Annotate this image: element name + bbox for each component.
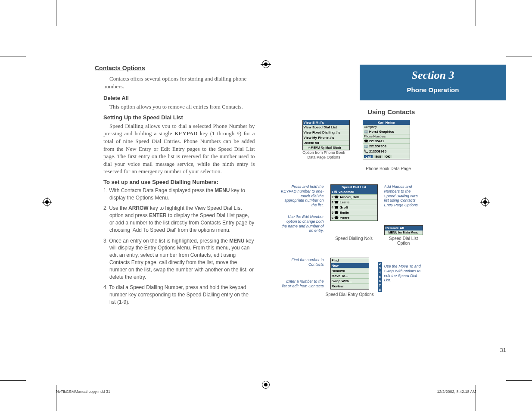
steps-list: 1. With Contacts Data Page displayed pre… [103, 187, 255, 306]
page-number: 31 [500, 347, 506, 353]
fig3-note-left-bottom: Enter a number to the list or edit from … [281, 279, 324, 289]
fig1-caption: Phone Book Data Page [354, 166, 423, 171]
footer-timestamp: 12/2/2002, 8:42:18 AM [437, 389, 476, 394]
speed-dial-list-screen: Speed Dial List 1 ✉ Voicemail 2 ☎ Arnold… [330, 184, 378, 221]
contacts-options-heading: Contacts Options [95, 65, 255, 72]
delete-all-text: This option allows you to remove all ent… [103, 103, 255, 111]
step-1: 1. With Contacts Data Page displayed pre… [103, 187, 255, 202]
setup-heading: Setting Up the Speed Dial List [103, 114, 255, 121]
print-footer: NvTlkGSMManual copy.indd 31 12/2/2002, 8… [56, 389, 476, 394]
step-4: 4. To dial a Speed Dialling Number, pres… [103, 284, 255, 305]
fig3-caption: Speed Dial Entry Options [322, 292, 378, 297]
footer-filename: NvTlkGSMManual copy.indd 31 [56, 389, 110, 394]
intro-text: Contacts offers several options for stor… [103, 75, 255, 90]
use-heading: To set up and use Speed Dialling Numbers… [103, 179, 255, 185]
fig2-note-left-top: Press and hold the KEYPAD number to one-… [281, 184, 324, 208]
fig3-note-right: Use the Move To and Swap With options to… [384, 264, 423, 283]
section-title: Section 3 [360, 69, 506, 82]
figure-2: Press and hold the KEYPAD number to one-… [281, 184, 502, 253]
right-page: Section 3 Phone Operation Using Contacts… [277, 65, 506, 340]
step-3: 3. Once an entry on the list is highligh… [103, 237, 255, 281]
left-page: Contacts Options Contacts offers several… [26, 65, 259, 340]
using-contacts-heading: Using Contacts [277, 108, 506, 115]
setup-text: Speed Dialling allows you to dial a sele… [103, 122, 255, 175]
step-2: 2. Use the ARROW key to highlight the Vi… [103, 205, 255, 234]
fig3-note-left-top: Find the number in Contacts [281, 258, 324, 267]
figure-3: Find the number in Contacts Enter a numb… [281, 258, 502, 309]
call-button[interactable]: Call [364, 155, 373, 158]
fig1-left-caption: Add To Speed Dial Option from Phone Book… [302, 146, 345, 159]
section-banner: Section 3 Phone Operation [360, 65, 506, 100]
fig2-note-left-bottom: Use the Edit Number option to change bot… [281, 215, 324, 233]
fig2-caption-right: Speed Dial List Option [384, 236, 423, 246]
figure-1: View SIM #'s View Speed Dial List View F… [302, 120, 480, 171]
fig2-caption-left: Speed Dialling No's [328, 236, 380, 241]
fig2-note-right: Add Names and Numbers to the Speed Diall… [384, 184, 423, 208]
ok-button[interactable]: OK [384, 155, 392, 158]
phone-book-data-screen: Karl Heine Company 🏢 Horst Graphics Phon… [363, 120, 410, 159]
delete-all-heading: Delete All [103, 95, 255, 101]
section-subtitle: Phone Operation [360, 86, 506, 93]
speed-dial-option-screen: Remove All MENU for Main Menu [384, 225, 423, 235]
keypad-column: 2 3 4 5 6 7 8 [378, 262, 382, 292]
edit-button[interactable]: Edit [373, 155, 383, 158]
speed-dial-entry-options-screen: Find New Remove Move To... Swap With... … [330, 258, 369, 290]
